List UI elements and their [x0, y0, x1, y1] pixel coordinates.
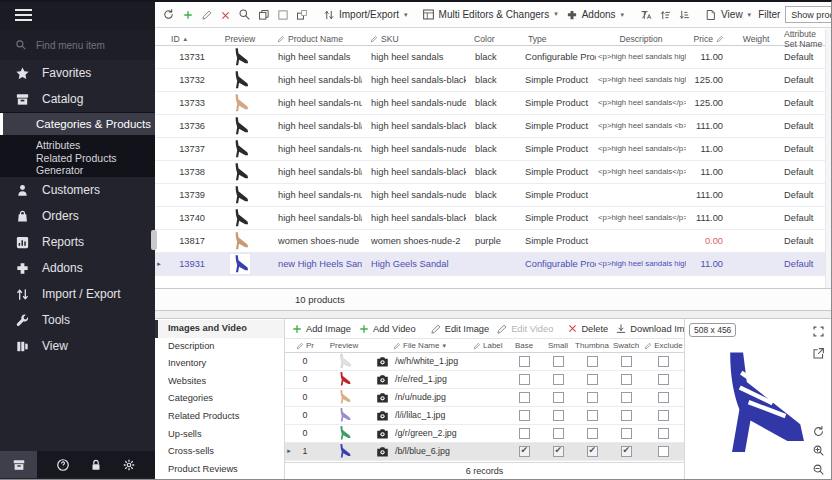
refresh-button[interactable]: [159, 5, 178, 23]
col-file-name[interactable]: File Name▾: [393, 341, 473, 350]
cell-description[interactable]: <p>high heel sandals</p>: [596, 167, 686, 176]
col-weight[interactable]: Weight: [736, 34, 776, 44]
swatch-checkbox[interactable]: [621, 356, 632, 367]
import-export-menu[interactable]: Import/Export▾: [319, 6, 412, 24]
cell-price[interactable]: 111.00: [686, 213, 736, 223]
table-row[interactable]: 13733high heel sandals-nudehigh heel san…: [155, 92, 831, 115]
col-attribute-set-name[interactable]: Attribute Set Name: [776, 29, 831, 49]
base-checkbox[interactable]: [519, 428, 530, 439]
clone-button[interactable]: [292, 6, 311, 24]
cell-description[interactable]: <p>high heel sandals</p>: [596, 144, 686, 153]
swatch-checkbox[interactable]: [621, 374, 632, 385]
cell-sku[interactable]: high heel sandals-black-37: [362, 167, 466, 177]
swatch-checkbox[interactable]: [621, 392, 632, 403]
col-thumbna[interactable]: Thumbna: [575, 341, 609, 350]
sidebar-item-related-products-generator[interactable]: Related Products Generator: [0, 154, 155, 173]
col-id[interactable]: ID▴: [163, 34, 211, 44]
col-price[interactable]: Price: [686, 34, 736, 44]
cell-product-name[interactable]: high heel sandals-black-37: [269, 167, 362, 177]
splitter-handle[interactable]: [151, 230, 157, 250]
table-row[interactable]: 13817women shoes-nudewomen shoes-nude-2p…: [155, 230, 831, 253]
tab-product-reviews[interactable]: Product Reviews: [155, 461, 284, 479]
thumbnail-checkbox[interactable]: [587, 392, 598, 403]
edit-button[interactable]: [197, 6, 216, 24]
cell-file-name[interactable]: /n/u/nude.jpg: [393, 392, 473, 402]
image-row[interactable]: 0/r/e/red_1.jpg: [285, 371, 684, 389]
sidebar-item-catalog[interactable]: Catalog: [0, 86, 155, 112]
cell-price[interactable]: 0.00: [686, 236, 736, 246]
base-checkbox[interactable]: [519, 446, 530, 457]
base-checkbox[interactable]: [519, 392, 530, 403]
cell-product-name[interactable]: high heel sandals-nude-37: [269, 190, 362, 200]
small-checkbox[interactable]: [553, 356, 564, 367]
search-button[interactable]: [235, 5, 254, 23]
thumbnail-checkbox[interactable]: [587, 446, 598, 457]
delete-button[interactable]: [216, 6, 235, 24]
tab-related-products[interactable]: Related Products: [155, 408, 284, 426]
tab-description[interactable]: Description: [155, 338, 284, 356]
cell-price[interactable]: 125.00: [686, 75, 736, 85]
cell-sku[interactable]: High Geels Sandal: [362, 259, 466, 269]
cell-product-name[interactable]: high heel sandals-black: [269, 75, 362, 85]
help-button[interactable]: [56, 458, 70, 472]
base-checkbox[interactable]: [519, 356, 530, 367]
col-base[interactable]: Base: [507, 341, 541, 350]
cell-price[interactable]: 11.00: [686, 259, 736, 269]
thumbnail-checkbox[interactable]: [587, 356, 598, 367]
table-row[interactable]: 13736high heel sandals-black-36high heel…: [155, 115, 831, 138]
sidebar-search-input[interactable]: Find menu item: [0, 30, 155, 60]
cell-product-name[interactable]: women shoes-nude: [269, 236, 362, 246]
add-video-button[interactable]: Add Video: [355, 321, 419, 337]
cell-description[interactable]: <p>high heel sandals high heel sandals</…: [596, 259, 686, 268]
col-preview[interactable]: Preview: [211, 34, 269, 44]
zoom-in-icon[interactable]: [810, 442, 826, 458]
thumbnail-checkbox[interactable]: [587, 410, 598, 421]
col-exclude[interactable]: Exclude: [643, 341, 684, 350]
sidebar-item-import-export[interactable]: Import / Export: [0, 281, 155, 307]
small-checkbox[interactable]: [553, 392, 564, 403]
cell-sku[interactable]: high heel sandals-black: [362, 75, 466, 85]
zoom-out-icon[interactable]: [810, 461, 826, 477]
cell-product-name[interactable]: high heel sandals-nude: [269, 98, 362, 108]
swatch-checkbox[interactable]: [621, 428, 632, 439]
sidebar-item-customers[interactable]: Customers: [0, 177, 155, 203]
exclude-checkbox[interactable]: [658, 356, 669, 367]
tab-websites[interactable]: Websites: [155, 373, 284, 391]
cell-sku[interactable]: high heel sandals: [362, 52, 466, 62]
cell-product-name[interactable]: high heel sandals-nude-36: [269, 144, 362, 154]
base-checkbox[interactable]: [519, 374, 530, 385]
cell-price[interactable]: 11.00: [686, 167, 736, 177]
tab-cross-sells[interactable]: Cross-sells: [155, 443, 284, 461]
select-button[interactable]: [273, 6, 292, 24]
sidebar-item-categories-products[interactable]: Categories & Products: [0, 113, 155, 135]
cell-sku[interactable]: high heel sandals-black-36: [362, 121, 466, 131]
image-row[interactable]: 0/n/u/nude.jpg: [285, 389, 684, 407]
table-row[interactable]: 13732high heel sandals-blackhigh heel sa…: [155, 69, 831, 92]
thumbnail-checkbox[interactable]: [587, 374, 598, 385]
horizontal-splitter[interactable]: [155, 311, 831, 318]
cell-sku[interactable]: high heel sandals-nude: [362, 98, 466, 108]
translate-button[interactable]: [636, 6, 655, 24]
table-row[interactable]: 13739high heel sandals-nude-37high heel …: [155, 184, 831, 207]
download-image-button[interactable]: Download Image: [612, 321, 684, 337]
cell-price[interactable]: 111.00: [686, 190, 736, 200]
col-sku[interactable]: SKU: [362, 34, 466, 44]
menu-toggle-button[interactable]: [0, 0, 155, 30]
cell-file-name[interactable]: /r/e/red_1.jpg: [393, 374, 473, 384]
cell-description[interactable]: <p>high heel sandals</p>: [596, 213, 686, 222]
cell-sku[interactable]: high heel sandals-nude-36: [362, 144, 466, 154]
exclude-checkbox[interactable]: [658, 374, 669, 385]
base-checkbox[interactable]: [519, 410, 530, 421]
table-row[interactable]: 13738high heel sandals-black-37high heel…: [155, 161, 831, 184]
sort-desc-button[interactable]: [674, 6, 693, 24]
cell-price[interactable]: 11.00: [686, 52, 736, 62]
open-external-icon[interactable]: [810, 345, 826, 361]
cell-price[interactable]: 125.00: [686, 98, 736, 108]
cell-sku[interactable]: high heel sandals-nude-37: [362, 190, 466, 200]
col-pr[interactable]: Pr: [293, 341, 317, 350]
rotate-icon[interactable]: [810, 423, 826, 439]
image-row[interactable]: 0/g/r/green_2.jpg: [285, 425, 684, 443]
col-swatch[interactable]: Swatch: [609, 341, 643, 350]
cell-description[interactable]: <p>high heel sandals high heel sandals</…: [596, 52, 686, 61]
cell-description[interactable]: <p>high heel sandals</p>: [596, 98, 686, 107]
